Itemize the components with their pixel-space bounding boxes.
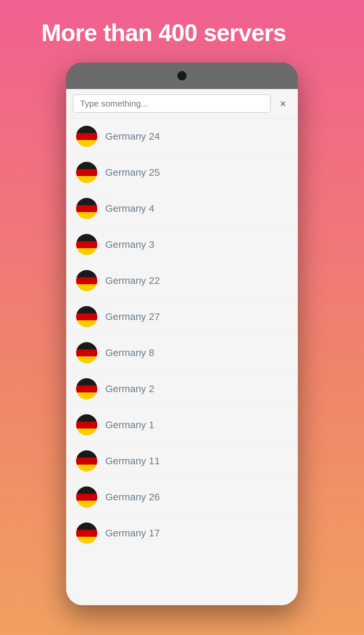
phone-top-bar [66,63,298,89]
list-item[interactable]: Germany 3 [66,227,298,263]
phone-camera [177,71,187,80]
search-input[interactable] [73,94,271,113]
list-item[interactable]: Germany 2 [66,371,298,407]
germany-flag-icon [76,342,97,363]
germany-flag-icon [76,414,97,435]
page-title: More than 400 servers [41,20,323,46]
germany-flag-icon [76,270,97,291]
germany-flag-icon [76,126,97,147]
list-item[interactable]: Germany 24 [66,118,298,155]
germany-flag-icon [76,306,97,327]
list-item[interactable]: Germany 11 [66,443,298,479]
germany-flag-icon [76,486,97,508]
germany-flag-icon [76,450,97,472]
server-name-label: Germany 27 [105,311,160,322]
list-item[interactable]: Germany 4 [66,191,298,227]
search-container: × [66,89,298,118]
phone-screen: × Germany 24Germany 25Germany 4Germany 3… [66,89,298,605]
server-name-label: Germany 22 [105,275,160,286]
germany-flag-icon [76,378,97,399]
list-item[interactable]: Germany 8 [66,335,298,371]
list-item[interactable]: Germany 22 [66,263,298,299]
list-item[interactable]: Germany 25 [66,155,298,191]
server-name-label: Germany 1 [105,419,154,431]
server-name-label: Germany 11 [105,455,160,467]
list-item[interactable]: Germany 1 [66,407,298,443]
server-name-label: Germany 25 [105,167,160,178]
server-name-label: Germany 17 [105,527,160,539]
server-name-label: Germany 8 [105,347,154,358]
list-item[interactable]: Germany 17 [66,515,298,551]
server-name-label: Germany 2 [105,383,154,394]
server-name-label: Germany 26 [105,491,160,503]
server-list: Germany 24Germany 25Germany 4Germany 3Ge… [66,118,298,605]
germany-flag-icon [76,234,97,255]
server-name-label: Germany 4 [105,203,154,214]
close-button[interactable]: × [275,95,291,112]
server-name-label: Germany 3 [105,239,154,250]
server-name-label: Germany 24 [105,131,160,142]
germany-flag-icon [76,522,97,544]
phone-frame: × Germany 24Germany 25Germany 4Germany 3… [66,63,298,605]
list-item[interactable]: Germany 27 [66,299,298,335]
list-item[interactable]: Germany 26 [66,479,298,515]
germany-flag-icon [76,198,97,219]
germany-flag-icon [76,162,97,183]
